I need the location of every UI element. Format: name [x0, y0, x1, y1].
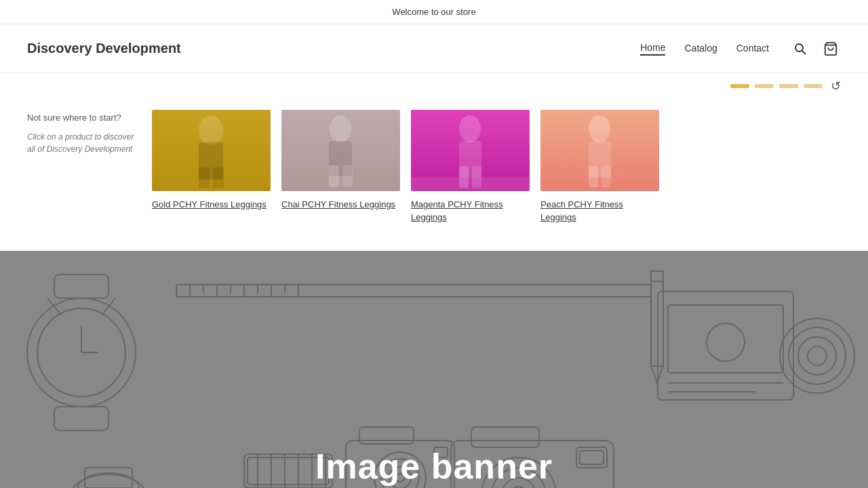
product-name-gold[interactable]: Gold PCHY Fitness Leggings: [152, 199, 267, 209]
product-card-gold: Gold PCHY Fitness Leggings: [152, 110, 271, 224]
slider-dot-2[interactable]: [755, 84, 774, 88]
svg-point-0: [795, 44, 803, 52]
svg-point-11: [459, 115, 481, 142]
intro-text: Click on a product to discover all of Di…: [27, 131, 136, 155]
section-intro: Not sure where to start? Click on a prod…: [27, 110, 136, 224]
site-logo[interactable]: Discovery Development: [27, 41, 181, 56]
slider-dot-1[interactable]: [730, 84, 749, 88]
products-grid: Gold PCHY Fitness Leggings Chai PCHY Fit…: [152, 110, 841, 224]
product-card-peach: Peach PCHY Fitness Leggings: [540, 110, 659, 224]
cart-icon: [823, 41, 838, 56]
main-nav: Home Catalog Contact: [640, 42, 769, 56]
svg-rect-9: [329, 165, 339, 187]
nav-contact[interactable]: Contact: [736, 43, 769, 55]
header-icons: [791, 39, 841, 59]
svg-rect-15: [411, 178, 530, 191]
svg-line-1: [802, 51, 806, 54]
announcement-text: Welcome to our store: [392, 7, 475, 17]
svg-rect-10: [342, 165, 353, 187]
svg-point-7: [330, 115, 351, 142]
product-image-peach[interactable]: [540, 110, 659, 191]
banner-text: Image banner: [315, 446, 553, 487]
cart-button[interactable]: [821, 39, 841, 59]
svg-rect-19: [601, 166, 611, 188]
svg-point-3: [199, 115, 223, 145]
refresh-icon: ↺: [831, 79, 841, 94]
search-button[interactable]: [791, 39, 810, 58]
product-name-magenta[interactable]: Magenta PCHY Fitness Leggings: [411, 199, 503, 222]
product-name-chai[interactable]: Chai PCHY Fitness Leggings: [281, 199, 395, 209]
slider-refresh-button[interactable]: ↺: [831, 79, 841, 94]
nav-catalog[interactable]: Catalog: [684, 43, 717, 55]
svg-rect-5: [199, 167, 210, 188]
slider-dot-4[interactable]: [804, 84, 823, 88]
product-figure-peach: [540, 110, 659, 191]
product-section: Not sure where to start? Click on a prod…: [27, 110, 841, 224]
intro-heading: Not sure where to start?: [27, 113, 136, 123]
svg-rect-6: [213, 167, 224, 188]
product-name-peach[interactable]: Peach PCHY Fitness Leggings: [540, 199, 623, 222]
image-banner: Image banner: [0, 251, 868, 488]
svg-point-16: [589, 115, 610, 142]
product-card-chai: Chai PCHY Fitness Leggings: [281, 110, 400, 224]
svg-rect-18: [589, 166, 598, 188]
nav-home[interactable]: Home: [640, 42, 665, 56]
product-figure-chai: [281, 110, 400, 191]
product-figure-gold: [152, 110, 271, 191]
search-icon: [793, 42, 807, 56]
product-card-magenta: Magenta PCHY Fitness Leggings: [411, 110, 530, 224]
product-image-magenta[interactable]: [411, 110, 530, 191]
product-image-chai[interactable]: [281, 110, 400, 191]
slider-dot-3[interactable]: [779, 84, 798, 88]
announcement-bar: Welcome to our store: [0, 0, 868, 24]
product-figure-magenta: [411, 110, 530, 191]
main-content: Not sure where to start? Click on a prod…: [0, 94, 868, 251]
header: Discovery Development Home Catalog Conta…: [0, 24, 868, 73]
product-image-gold[interactable]: [152, 110, 271, 191]
